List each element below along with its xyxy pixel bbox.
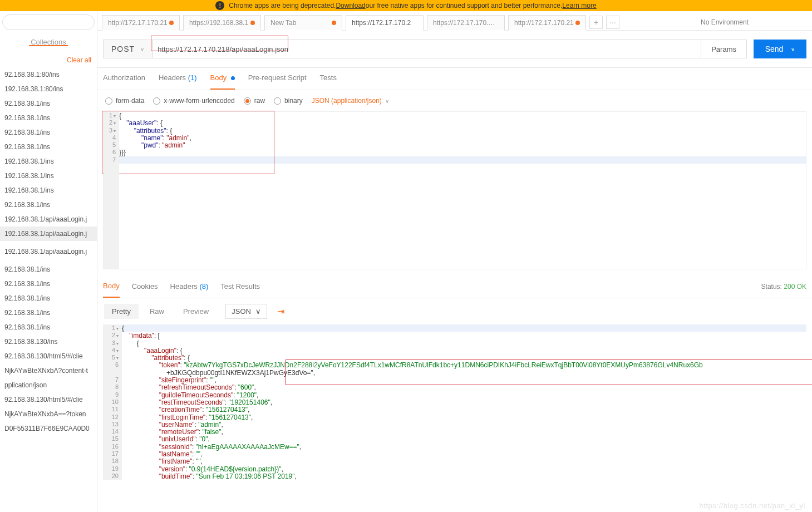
body-type-row: form-data x-www-form-urlencoded raw bina…: [97, 90, 812, 111]
deprecation-banner: ! Chrome apps are being deprecated. Down…: [0, 0, 812, 11]
response-format-select[interactable]: JSON ∨: [225, 304, 267, 319]
params-button[interactable]: Params: [701, 40, 747, 58]
collections-header[interactable]: Collections: [0, 38, 97, 46]
tab-headers[interactable]: Headers (1): [159, 68, 197, 90]
wrap-line-icon[interactable]: ⇥: [277, 306, 284, 317]
warning-icon: !: [215, 1, 224, 10]
history-list: 92.168.38.1:80/ins192.168.38.1:80/ins92.…: [0, 67, 97, 436]
response-status: Status: 200 OK: [761, 283, 806, 291]
history-item[interactable]: 92.168.38.1/ins: [0, 125, 97, 140]
new-tab-button[interactable]: +: [589, 16, 603, 29]
request-tab[interactable]: https://172.17.170.2: [346, 15, 424, 31]
history-item[interactable]: 192.168.38.1/ins: [0, 169, 97, 183]
history-item[interactable]: 92.168.38.1/ins: [0, 262, 97, 277]
history-item[interactable]: 192.168.38.1:80/ins: [0, 82, 97, 96]
rtab-body[interactable]: Body: [103, 275, 120, 298]
history-item[interactable]: NjkAYwBteXNxbA?content-t: [0, 363, 97, 378]
request-body-editor[interactable]: 1▾2▾3▾4567 { "aaaUser": { "attributes": …: [103, 111, 806, 269]
send-button[interactable]: Send ∨: [754, 40, 806, 58]
history-item[interactable]: 92.168.38.1/ins: [0, 198, 97, 212]
rtab-tests[interactable]: Test Results: [220, 275, 260, 297]
unsaved-dot-icon: [169, 21, 174, 25]
radio-urlencoded[interactable]: x-www-form-urlencoded: [153, 97, 234, 105]
tab-options-button[interactable]: ···: [606, 16, 619, 29]
history-item[interactable]: 92.168.38.1:80/ins: [0, 67, 97, 82]
environment-selector[interactable]: No Environment: [696, 16, 808, 28]
pretty-button[interactable]: Pretty: [104, 304, 139, 319]
request-tab[interactable]: New Tab: [264, 15, 342, 31]
history-item[interactable]: 92.168.38.130/ins: [0, 334, 97, 349]
history-item[interactable]: 92.168.38.1/ins: [0, 140, 97, 154]
tab-authorization[interactable]: Authorization: [103, 68, 145, 90]
tab-body[interactable]: Body: [210, 68, 235, 90]
banner-text: Chrome apps are being deprecated.: [229, 2, 336, 9]
unsaved-dot-icon: [231, 76, 235, 80]
history-item[interactable]: 92.168.38.130/html5/#/clie: [0, 392, 97, 407]
history-item[interactable]: 192.168.38.1/ins: [0, 183, 97, 198]
request-tab[interactable]: https://172.17.170.218/ap: [427, 15, 505, 31]
history-item[interactable]: 92.168.38.1/ins: [0, 291, 97, 306]
history-item[interactable]: 192.168.38.1/api/aaaLogin.j: [0, 244, 97, 259]
request-tab[interactable]: http://172.17.170.21: [102, 15, 180, 31]
chevron-down-icon: ∨: [385, 98, 389, 104]
tab-bar: http://172.17.170.21https://192.168.38.1…: [97, 11, 812, 31]
content-type-select[interactable]: JSON (application/json) ∨: [312, 97, 389, 105]
clear-all-link[interactable]: Clear all: [0, 53, 97, 67]
request-tabs: Authorization Headers (1) Body Pre-reque…: [97, 68, 812, 90]
response-body-editor[interactable]: 1▾2▾3▾4▾5▾67891011121314151617181920 { "…: [103, 324, 806, 480]
method-select[interactable]: POST ∨: [103, 40, 152, 58]
history-item[interactable]: 92.168.38.1/ins: [0, 277, 97, 291]
preview-button[interactable]: Preview: [175, 304, 216, 319]
request-bar: POST ∨ Params Send ∨: [97, 31, 812, 68]
raw-button[interactable]: Raw: [142, 304, 172, 319]
history-item[interactable]: 92.168.38.1/ins: [0, 96, 97, 111]
history-item[interactable]: 192.168.38.1/ins: [0, 154, 97, 169]
unsaved-dot-icon: [332, 21, 336, 25]
tab-tests[interactable]: Tests: [320, 68, 337, 90]
history-item[interactable]: 92.168.38.1/ins: [0, 111, 97, 125]
search-input[interactable]: [2, 14, 95, 30]
radio-binary[interactable]: binary: [274, 97, 303, 105]
chevron-down-icon: ∨: [791, 46, 795, 52]
unsaved-dot-icon: [575, 21, 580, 25]
learn-more-link[interactable]: Learn more: [562, 2, 596, 9]
radio-raw[interactable]: raw: [244, 97, 265, 105]
unsaved-dot-icon: [250, 21, 255, 25]
history-item[interactable]: 192.168.38.1/api/aaaLogin.j: [0, 212, 97, 227]
download-link[interactable]: Download: [336, 2, 365, 9]
history-item[interactable]: 92.168.38.1/ins: [0, 320, 97, 334]
history-item[interactable]: 192.168.38.1/api/aaaLogin.j: [0, 227, 97, 241]
history-item[interactable]: NjkAYwBteXNxbA==?token: [0, 407, 97, 421]
history-item[interactable]: D0F55311B7F66E9CAA0D0: [0, 421, 97, 436]
history-item[interactable]: pplication/json: [0, 378, 97, 392]
request-tab[interactable]: http://172.17.170.21: [508, 15, 586, 31]
tab-prerequest[interactable]: Pre-request Script: [248, 68, 307, 90]
chevron-down-icon: ∨: [140, 46, 145, 52]
url-input[interactable]: [158, 45, 696, 53]
response-toolbar: Pretty Raw Preview JSON ∨ ⇥: [97, 298, 812, 324]
request-tab[interactable]: https://192.168.38.1: [183, 15, 261, 31]
sidebar: Collections Clear all 92.168.38.1:80/ins…: [0, 11, 97, 512]
rtab-cookies[interactable]: Cookies: [132, 275, 158, 297]
radio-form-data[interactable]: form-data: [105, 97, 144, 105]
banner-text-2: our free native apps for continued suppo…: [366, 2, 563, 9]
chevron-down-icon: ∨: [255, 307, 261, 316]
history-item[interactable]: 92.168.38.1/ins: [0, 306, 97, 320]
response-tabs: Body Cookies Headers (8) Test Results St…: [97, 275, 812, 298]
rtab-headers[interactable]: Headers (8): [170, 275, 209, 297]
history-item[interactable]: 92.168.38.130/html5/#/clie: [0, 349, 97, 363]
watermark: https://blog.csdn.net/pan_xi_yi: [700, 501, 805, 510]
